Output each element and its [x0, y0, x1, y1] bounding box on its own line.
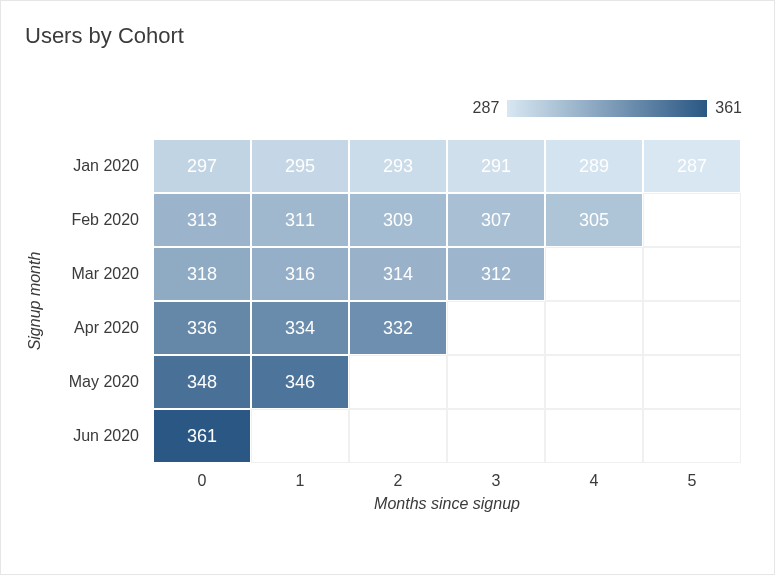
x-tick-label: 0 [153, 467, 251, 495]
chart-title: Users by Cohort [25, 23, 184, 49]
heatmap-cell-empty [447, 355, 545, 409]
heatmap-cell-empty [545, 247, 643, 301]
heatmap-cell: 318 [153, 247, 251, 301]
heatmap-cell-empty [643, 301, 741, 355]
heatmap-cell: 297 [153, 139, 251, 193]
heatmap-cell-empty [643, 355, 741, 409]
heatmap-cell: 305 [545, 193, 643, 247]
x-tick-label: 2 [349, 467, 447, 495]
heatmap-cell: 316 [251, 247, 349, 301]
x-tick-label: 4 [545, 467, 643, 495]
heatmap-cell: 361 [153, 409, 251, 463]
heatmap-cell-empty [545, 355, 643, 409]
heatmap-cell: 289 [545, 139, 643, 193]
heatmap-cell: 312 [447, 247, 545, 301]
heatmap-cell-empty [349, 409, 447, 463]
heatmap-cell: 313 [153, 193, 251, 247]
heatmap-cell-empty [349, 355, 447, 409]
legend-min-label: 287 [473, 99, 500, 117]
x-axis-ticks: 012345 [153, 467, 741, 495]
heatmap-cell-empty [643, 193, 741, 247]
x-axis-title: Months since signup [153, 495, 741, 513]
x-tick-label: 5 [643, 467, 741, 495]
heatmap-cell-empty [447, 409, 545, 463]
heatmap-cell-empty [545, 409, 643, 463]
heatmap-cell: 336 [153, 301, 251, 355]
y-axis-title: Signup month [23, 139, 47, 463]
heatmap-cell-empty [447, 301, 545, 355]
heatmap-cell: 309 [349, 193, 447, 247]
x-tick-label: 1 [251, 467, 349, 495]
heatmap-cell: 311 [251, 193, 349, 247]
heatmap-cell-empty [545, 301, 643, 355]
heatmap-cell-empty [643, 247, 741, 301]
heatmap-cell: 314 [349, 247, 447, 301]
heatmap-cell: 348 [153, 355, 251, 409]
color-legend: 287 361 [473, 99, 742, 117]
x-tick-label: 3 [447, 467, 545, 495]
heatmap-cell: 346 [251, 355, 349, 409]
heatmap-cell: 287 [643, 139, 741, 193]
heatmap-cell-empty [643, 409, 741, 463]
heatmap-cell: 291 [447, 139, 545, 193]
heatmap-cell: 332 [349, 301, 447, 355]
chart-card: Users by Cohort 287 361 Jan 2020Feb 2020… [0, 0, 775, 575]
heatmap-cell: 334 [251, 301, 349, 355]
heatmap-plot: 2972952932912892873133113093073053183163… [153, 139, 741, 463]
heatmap-cell: 307 [447, 193, 545, 247]
heatmap-cell: 295 [251, 139, 349, 193]
legend-max-label: 361 [715, 99, 742, 117]
heatmap-cell-empty [251, 409, 349, 463]
heatmap-grid: 2972952932912892873133113093073053183163… [153, 139, 741, 463]
legend-gradient [507, 100, 707, 117]
heatmap-cell: 293 [349, 139, 447, 193]
